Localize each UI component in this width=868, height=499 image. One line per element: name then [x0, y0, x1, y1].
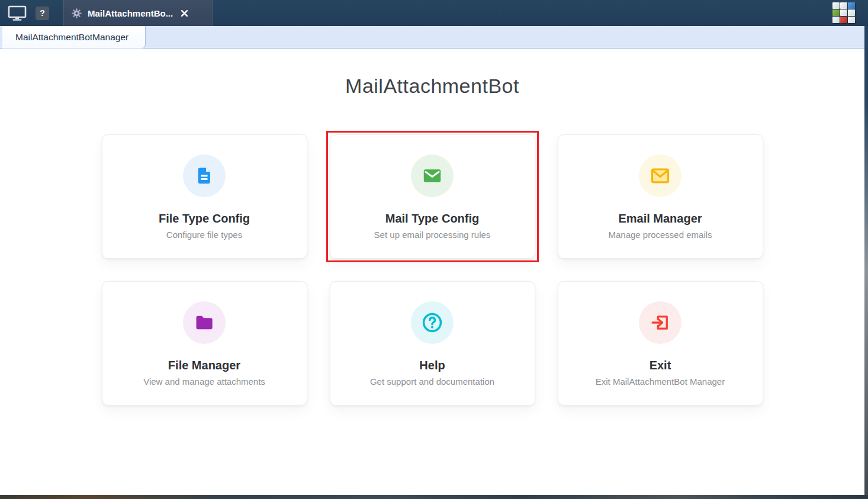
card-title: Email Manager: [618, 211, 702, 226]
card-email-manager[interactable]: Email Manager Manage processed emails: [558, 134, 763, 259]
page-title: MailAttachmentBot: [0, 72, 864, 99]
card-subtitle: Exit MailAttachmentBot Manager: [596, 376, 725, 388]
app-window: ? MailAttachmentBo...: [0, 0, 868, 499]
mail-filled-icon: [422, 165, 443, 186]
card-mail-type-config[interactable]: Mail Type Config Set up email processing…: [330, 134, 535, 259]
tab-mailattachmentbotmanager[interactable]: MailAttachmentBotManager: [2, 26, 146, 49]
card-title: File Type Config: [159, 211, 250, 226]
gear-icon: [71, 8, 82, 19]
card-file-manager[interactable]: File Manager View and manage attachments: [102, 281, 307, 405]
card-title: Mail Type Config: [385, 211, 480, 226]
icon-circle: [411, 301, 454, 344]
icon-circle: [639, 154, 681, 197]
help-icon: [421, 311, 443, 334]
desktop-edge-bottom: [0, 495, 868, 499]
editor-tab-label: MailAttachmentBo...: [88, 8, 173, 18]
document-icon: [194, 166, 214, 186]
card-subtitle: Manage processed emails: [608, 229, 712, 241]
card-help[interactable]: Help Get support and documentation: [330, 281, 535, 405]
card-subtitle: Get support and documentation: [370, 376, 494, 388]
close-icon[interactable]: [180, 9, 188, 17]
exit-icon: [650, 312, 671, 333]
view-tabstrip: MailAttachmentBotManager: [0, 26, 864, 49]
card-title: File Manager: [168, 358, 240, 373]
toolbar: ? MailAttachmentBo...: [0, 0, 868, 26]
cube-grid-logo-icon: [832, 2, 857, 24]
icon-circle: [639, 301, 681, 344]
mail-outline-icon: [650, 165, 671, 186]
help-badge-icon[interactable]: ?: [36, 7, 49, 20]
card-exit[interactable]: Exit Exit MailAttachmentBot Manager: [558, 281, 763, 405]
card-title: Exit: [650, 358, 671, 373]
card-title: Help: [419, 358, 445, 373]
icon-circle: [183, 154, 226, 197]
main-content: MailAttachmentBot File Type Config Confi…: [0, 49, 864, 495]
desktop-edge-right: [864, 26, 868, 495]
icon-circle: [411, 154, 454, 197]
card-subtitle: View and manage attachments: [143, 376, 265, 388]
folder-icon: [194, 312, 215, 333]
icon-circle: [183, 301, 226, 344]
monitor-icon[interactable]: [7, 5, 27, 21]
card-subtitle: Set up email processing rules: [374, 229, 491, 241]
card-grid: File Type Config Configure file types Ma…: [102, 134, 763, 405]
card-file-type-config[interactable]: File Type Config Configure file types: [102, 134, 307, 259]
card-subtitle: Configure file types: [166, 229, 242, 241]
editor-tab-mailattachmentbot[interactable]: MailAttachmentBo...: [63, 0, 213, 26]
